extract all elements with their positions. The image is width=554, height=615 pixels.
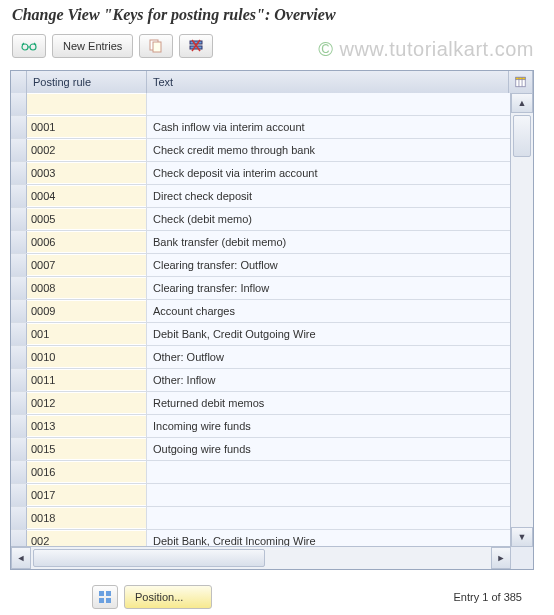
posting-rule-input[interactable] — [27, 186, 146, 206]
glasses-icon — [21, 40, 37, 52]
row-selector[interactable] — [11, 507, 27, 529]
vscroll-thumb[interactable] — [513, 115, 531, 157]
row-selector[interactable] — [11, 185, 27, 207]
posting-rule-cell — [27, 116, 147, 138]
column-header-text[interactable]: Text — [147, 71, 509, 93]
scroll-up-button[interactable]: ▲ — [511, 93, 533, 113]
grid-body: Cash inflow via interim accountCheck cre… — [11, 93, 511, 547]
vscroll-track[interactable] — [511, 113, 533, 527]
table-row: Clearing transfer: Outflow — [11, 254, 511, 277]
row-selector[interactable] — [11, 323, 27, 345]
text-cell: Outgoing wire funds — [147, 438, 511, 460]
scroll-left-button[interactable]: ◄ — [11, 547, 31, 569]
text-cell: Direct check deposit — [147, 185, 511, 207]
copy-icon — [149, 39, 163, 53]
posting-rule-input[interactable] — [27, 485, 146, 505]
posting-rule-input[interactable] — [27, 324, 146, 344]
row-selector[interactable] — [11, 438, 27, 460]
text-cell: Clearing transfer: Inflow — [147, 277, 511, 299]
text-cell: Clearing transfer: Outflow — [147, 254, 511, 276]
posting-rule-cell — [27, 254, 147, 276]
select-all-header[interactable] — [11, 71, 27, 93]
posting-rule-cell — [27, 484, 147, 506]
select-block-button[interactable] — [92, 585, 118, 609]
text-cell: Check credit memo through bank — [147, 139, 511, 161]
svg-rect-15 — [106, 598, 111, 603]
row-selector[interactable] — [11, 346, 27, 368]
horizontal-scrollbar[interactable]: ◄ ► — [11, 546, 511, 569]
posting-rule-input[interactable] — [27, 140, 146, 160]
row-selector[interactable] — [11, 139, 27, 161]
svg-rect-13 — [106, 591, 111, 596]
table-row — [11, 93, 511, 116]
text-cell: Returned debit memos — [147, 392, 511, 414]
posting-rule-input[interactable] — [27, 278, 146, 298]
svg-rect-3 — [153, 42, 161, 52]
table-row: Other: Inflow — [11, 369, 511, 392]
posting-rule-input[interactable] — [27, 393, 146, 413]
svg-rect-12 — [99, 591, 104, 596]
posting-rule-input[interactable] — [27, 416, 146, 436]
row-selector[interactable] — [11, 392, 27, 414]
table-row: Returned debit memos — [11, 392, 511, 415]
posting-rule-input[interactable] — [27, 117, 146, 137]
posting-rule-input[interactable] — [27, 531, 146, 547]
text-cell: Debit Bank, Credit Outgoing Wire — [147, 323, 511, 345]
text-cell: Incoming wire funds — [147, 415, 511, 437]
text-cell — [147, 507, 511, 529]
row-selector[interactable] — [11, 162, 27, 184]
posting-rule-input[interactable] — [27, 255, 146, 275]
row-selector[interactable] — [11, 415, 27, 437]
row-selector[interactable] — [11, 461, 27, 483]
scroll-down-button[interactable]: ▼ — [511, 527, 533, 547]
configure-columns-button[interactable] — [509, 71, 533, 93]
posting-rule-cell — [27, 300, 147, 322]
scroll-corner — [510, 546, 533, 569]
posting-rule-input[interactable] — [27, 370, 146, 390]
other-view-button[interactable] — [12, 34, 46, 58]
svg-rect-9 — [516, 77, 525, 79]
posting-rule-cell — [27, 139, 147, 161]
data-grid: Posting rule Text Cash inflow via interi… — [10, 70, 534, 570]
row-selector[interactable] — [11, 530, 27, 547]
table-row — [11, 484, 511, 507]
posting-rule-input[interactable] — [27, 508, 146, 528]
hscroll-thumb[interactable] — [33, 549, 265, 567]
row-selector[interactable] — [11, 254, 27, 276]
row-selector[interactable] — [11, 277, 27, 299]
position-button[interactable]: Position... — [124, 585, 212, 609]
posting-rule-input[interactable] — [27, 462, 146, 482]
row-selector[interactable] — [11, 300, 27, 322]
toolbar: New Entries — [0, 32, 554, 64]
row-selector[interactable] — [11, 484, 27, 506]
posting-rule-input[interactable] — [27, 439, 146, 459]
new-entries-button[interactable]: New Entries — [52, 34, 133, 58]
posting-rule-input[interactable] — [27, 347, 146, 367]
row-selector[interactable] — [11, 116, 27, 138]
svg-rect-14 — [99, 598, 104, 603]
row-selector[interactable] — [11, 93, 27, 115]
table-row: Outgoing wire funds — [11, 438, 511, 461]
posting-rule-input[interactable] — [27, 209, 146, 229]
posting-rule-cell — [27, 323, 147, 345]
posting-rule-input[interactable] — [27, 301, 146, 321]
column-header-posting-rule[interactable]: Posting rule — [27, 71, 147, 93]
delete-button[interactable] — [179, 34, 213, 58]
copy-as-button[interactable] — [139, 34, 173, 58]
posting-rule-input[interactable] — [27, 232, 146, 252]
vertical-scrollbar[interactable]: ▲ ▼ — [510, 93, 533, 547]
row-selector[interactable] — [11, 231, 27, 253]
text-cell: Other: Inflow — [147, 369, 511, 391]
posting-rule-cell — [27, 507, 147, 529]
hscroll-track[interactable] — [31, 547, 491, 569]
posting-rule-input[interactable] — [27, 94, 146, 114]
row-selector[interactable] — [11, 208, 27, 230]
posting-rule-cell — [27, 208, 147, 230]
posting-rule-cell — [27, 530, 147, 547]
scroll-right-button[interactable]: ► — [491, 547, 511, 569]
text-cell: Bank transfer (debit memo) — [147, 231, 511, 253]
table-row — [11, 461, 511, 484]
posting-rule-input[interactable] — [27, 163, 146, 183]
row-selector[interactable] — [11, 369, 27, 391]
table-row: Direct check deposit — [11, 185, 511, 208]
